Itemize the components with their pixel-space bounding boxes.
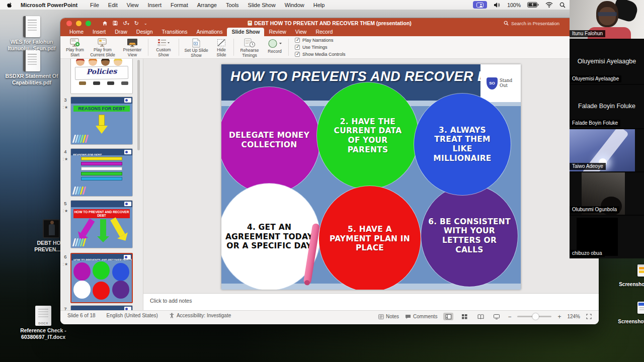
circle-current-data[interactable]: 2. HAVE THE CURRENT DATA OF YOUR PARENTS xyxy=(317,82,419,189)
slide-3-thumbnail[interactable]: REASONS FOR DEBT xyxy=(70,97,133,145)
set-up-slide-show-icon xyxy=(191,38,202,48)
battery-icon[interactable] xyxy=(527,2,539,8)
accessibility-checker[interactable]: Accessibility: Investigate xyxy=(169,313,231,318)
participant-tile-oluyemisi[interactable]: Oluyemisi Ayelaagbe Oluyemisi Ayelaagbe xyxy=(570,40,644,84)
participant-tile-taiwo[interactable]: Taiwo Adeoye xyxy=(570,129,644,171)
status-bar: Slide 6 of 18 English (United States) Ac… xyxy=(60,310,599,324)
set-up-slide-show-button[interactable]: Set Up Slide Show xyxy=(181,37,211,57)
reading-view-button[interactable] xyxy=(475,313,486,320)
tab-insert[interactable]: Insert xyxy=(88,28,110,36)
notes-pane[interactable]: Click to add notes xyxy=(143,293,599,310)
desktop-icon-label: Screenshot 23-11...3.45 P xyxy=(618,318,644,325)
accessibility-icon xyxy=(169,313,175,318)
slide-thumbnail-panel: Policies 3 ★ REASONS FOR DEBT xyxy=(60,59,143,310)
menu-app-name[interactable]: Microsoft PowerPoint xyxy=(21,2,77,8)
home-icon[interactable] xyxy=(102,21,108,26)
notes-toggle[interactable]: Notes xyxy=(378,314,399,319)
presenter-view-button[interactable]: Presenter View xyxy=(119,37,146,57)
tab-animations[interactable]: Animations xyxy=(192,28,227,36)
tab-home[interactable]: Home xyxy=(65,28,88,36)
animation-star-icon: ★ xyxy=(61,157,69,161)
list-bar-3 xyxy=(81,167,122,170)
slide-4-thumbnail[interactable]: REASONS FOR DEBT xyxy=(70,148,133,197)
language-selector[interactable]: English (United States) xyxy=(107,313,158,318)
circle-treat-millionaire[interactable]: 3. ALWAYS TREAT THEM LIKE MILLIONAIRE xyxy=(414,94,511,195)
slide-6-thumbnail-selected[interactable]: HOW TO PREVENTS AND RECOVER DEBTS xyxy=(70,253,133,303)
list-bar-2 xyxy=(81,162,122,165)
menu-window[interactable]: Window xyxy=(285,2,304,8)
volume-icon[interactable] xyxy=(494,2,501,8)
slide-sorter-view-button[interactable] xyxy=(459,313,469,320)
slide-show-view-button[interactable] xyxy=(492,313,502,320)
participant-tile-olubunmi[interactable]: Olubunmi Ogunbola xyxy=(570,172,644,215)
zoom-slider-knob[interactable] xyxy=(532,313,539,320)
redo-icon[interactable]: ↻ xyxy=(134,20,139,27)
circle-payment-plan[interactable]: 5. HAVE A PAYMENT PLAN IN PLACE xyxy=(319,186,421,290)
quick-access-more-icon[interactable]: ⌄ xyxy=(144,21,147,26)
rehearse-timings-button[interactable]: Rehearse Timings xyxy=(236,37,263,57)
menu-file[interactable]: File xyxy=(90,2,99,8)
tab-draw[interactable]: Draw xyxy=(110,28,132,36)
wifi-icon[interactable] xyxy=(545,2,553,8)
participant-tile-chibuzo[interactable]: chibuzo obua xyxy=(570,216,644,258)
menu-view[interactable]: View xyxy=(127,2,139,8)
desktop-icon-screenshot-2[interactable]: Screenshot 23-11...3.45 P xyxy=(618,302,644,325)
zoom-out-button[interactable]: − xyxy=(508,313,511,320)
normal-view-button[interactable] xyxy=(443,313,453,320)
participant-name-label: Taiwo Adeoye xyxy=(570,163,606,170)
participant-display-name: Falade Boyin Foluke xyxy=(570,103,644,110)
undo-icon[interactable]: ↺▾ xyxy=(123,20,129,27)
tab-design[interactable]: Design xyxy=(132,28,157,36)
tab-record[interactable]: Record xyxy=(311,28,337,36)
menu-help[interactable]: Help xyxy=(313,2,325,8)
zoom-slider[interactable] xyxy=(517,316,551,317)
close-button[interactable] xyxy=(66,21,72,26)
tab-view[interactable]: View xyxy=(291,28,311,36)
play-narrations-checkbox[interactable]: Play Narrations xyxy=(295,38,346,43)
fullscreen-button[interactable] xyxy=(86,21,91,26)
participant-tile-falade[interactable]: Falade Boyin Foluke Falade Boyin Foluke xyxy=(570,85,644,128)
tab-transitions[interactable]: Transitions xyxy=(157,28,192,36)
books-art xyxy=(73,135,88,143)
menu-insert[interactable]: Insert xyxy=(147,2,162,8)
menu-format[interactable]: Format xyxy=(171,2,188,8)
menu-slide-show[interactable]: Slide Show xyxy=(248,2,276,8)
menu-edit[interactable]: Edit xyxy=(108,2,118,8)
play-from-start-button[interactable]: Play from Start xyxy=(63,37,87,57)
save-icon[interactable] xyxy=(113,21,118,26)
hide-slide-icon xyxy=(216,38,226,47)
desktop-icon-screenshot-1[interactable]: Screenshot 23-11...34.19 P xyxy=(618,264,644,294)
menu-tools[interactable]: Tools xyxy=(226,2,239,8)
slide-canvas[interactable]: HOW TO PREVENTS AND RECOVER DEBTS SO Sta… xyxy=(221,64,521,290)
tab-slide-show[interactable]: Slide Show xyxy=(227,28,264,36)
circle-delegate-money[interactable]: DELEGATE MONEY COLLECTION xyxy=(221,87,320,194)
custom-show-button[interactable]: Custom Show xyxy=(150,37,177,57)
slide-7-thumbnail[interactable]: HOW TO PREVENTS AND RECOVER DEBTS xyxy=(70,305,133,310)
zoom-percentage[interactable]: 124% xyxy=(567,314,580,319)
use-timings-checkbox[interactable]: Use Timings xyxy=(295,45,346,50)
play-from-current-slide-button[interactable]: Play from Current Slide xyxy=(87,37,119,57)
apple-menu-icon[interactable] xyxy=(6,2,13,9)
zoom-in-button[interactable]: + xyxy=(557,313,561,320)
hide-slide-button[interactable]: Hide Slide xyxy=(211,37,231,57)
desktop-icon-wes-pdf[interactable]: WES for Falohun Itunuolu...Seun.pdf xyxy=(4,16,59,52)
thumbnail-scrollbar[interactable] xyxy=(137,60,140,150)
participant-name-label: Falade Boyin Foluke xyxy=(570,120,620,127)
screen-mirroring-icon[interactable] xyxy=(473,1,487,9)
fit-slide-button[interactable] xyxy=(586,314,592,319)
participant-tile-itunu[interactable]: Itunu Falohun xyxy=(570,0,644,39)
minimize-button[interactable] xyxy=(76,21,82,26)
menu-arrange[interactable]: Arrange xyxy=(197,2,217,8)
comments-toggle[interactable]: Comments xyxy=(405,314,437,319)
desktop-icon-bsdxr-pdf[interactable]: BSDXR Statement Of Capabilities.pdf xyxy=(4,50,59,86)
circle-be-consistent[interactable]: 6. BE CONSISTENT WITH YOUR LETTERS OR CA… xyxy=(421,185,518,287)
slide-2-thumbnail[interactable]: Policies xyxy=(70,59,133,94)
record-button[interactable]: Record xyxy=(263,37,286,57)
slide-counter[interactable]: Slide 6 of 18 xyxy=(67,313,96,318)
slide-5-thumbnail[interactable]: HOW TO PREVENT AND RECOVER DEBT xyxy=(70,200,133,248)
checkbox-checked-icon xyxy=(295,52,300,57)
show-media-controls-checkbox[interactable]: Show Media Controls xyxy=(295,52,346,57)
search-in-presentation[interactable]: Search in Presentation xyxy=(504,21,559,26)
spotlight-search-icon[interactable] xyxy=(559,2,566,8)
tab-review[interactable]: Review xyxy=(264,28,290,36)
